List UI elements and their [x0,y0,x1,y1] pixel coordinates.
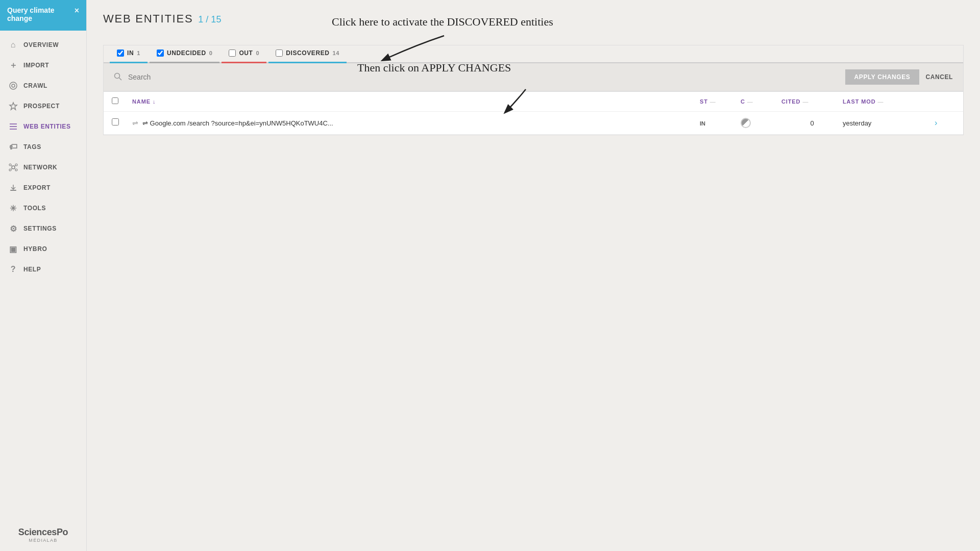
network-icon [8,162,18,172]
svg-point-0 [10,82,17,89]
sidebar-label-crawl: CRAWL [23,82,47,89]
col-select [112,97,132,106]
tab-in[interactable]: IN 1 [110,45,148,63]
sidebar-label-tools: TOOLS [23,205,46,212]
page-title: WEB ENTITIES [103,12,193,26]
sidebar-label-hybro: HYBRO [23,245,47,253]
sidebar-label-prospect: PROSPECT [23,103,60,110]
project-title: Query climate change [7,6,75,22]
sidebar: Query climate change × ⌂ OVERVIEW ＋ IMPO… [0,0,87,551]
sidebar-item-tools[interactable]: ✳ TOOLS [0,198,86,218]
sidebar-item-import[interactable]: ＋ IMPORT [0,55,86,76]
row-select [112,118,132,128]
sidebar-label-help: HELP [23,266,41,273]
row-status-badge: IN [700,120,705,127]
col-header-lastmod[interactable]: LAST MOD — [843,98,935,105]
sidebar-item-tags[interactable]: 🏷 TAGS [0,137,86,157]
sidebar-header: Query climate change × [0,0,86,31]
svg-point-7 [15,164,17,166]
sidebar-item-network[interactable]: NETWORK [0,157,86,178]
tab-discovered-count: 14 [333,50,339,56]
row-status: IN [700,118,741,128]
row-name-text: ⇌ Google.com /search ?source=hp&ei=ynUNW… [142,119,333,127]
sidebar-label-web-entities: WEB ENTITIES [23,123,71,130]
sidebar-label-export: EXPORT [23,184,51,191]
tab-discovered-checkbox[interactable] [276,49,283,57]
filter-panel: IN 1 UNDECIDED 0 OUT 0 DISCOVERED 14 [103,45,964,91]
search-input[interactable] [128,73,839,81]
help-icon: ? [8,264,18,274]
tags-icon: 🏷 [8,142,18,152]
cancel-button[interactable]: CANCEL [925,73,953,81]
search-bar: APPLY CHANGES CANCEL [104,63,963,91]
tab-undecided[interactable]: UNDECIDED 0 [150,45,219,63]
sidebar-item-overview[interactable]: ⌂ OVERVIEW [0,35,86,55]
svg-rect-14 [10,190,16,191]
crawl-icon [8,81,18,91]
home-icon: ⌂ [8,40,18,50]
row-name: ⇌ ⇌ Google.com /search ?source=hp&ei=ynU… [132,119,700,127]
tab-undecided-count: 0 [209,50,213,56]
col-header-st[interactable]: ST — [700,98,741,105]
row-c [741,118,781,128]
sidebar-item-prospect[interactable]: PROSPECT [0,96,86,116]
tab-in-checkbox[interactable] [117,49,124,57]
logo-main: SciencesPo [8,527,78,538]
sidebar-footer: SciencesPo MÉDIALAB [0,519,86,551]
sidebar-item-web-entities[interactable]: WEB ENTITIES [0,116,86,137]
web-entities-icon [8,121,18,132]
table-header: NAME ↓ ST — C — CITED — LAST MOD — [104,92,963,112]
row-checkbox[interactable] [112,118,119,126]
entity-count: 1 / 15 [198,14,221,25]
status-circle-icon [741,118,751,128]
tab-discovered[interactable]: DISCOVERED 14 [268,45,347,63]
tools-icon: ✳ [8,203,18,213]
tab-out-checkbox[interactable] [229,49,236,57]
sidebar-label-tags: TAGS [23,143,41,151]
col-header-c[interactable]: C — [741,98,781,105]
hybro-icon: ▣ [8,244,18,254]
col-header-name[interactable]: NAME ↓ [132,98,700,105]
sort-arrow-icon: ↓ [153,98,156,105]
sidebar-item-crawl[interactable]: CRAWL [0,76,86,96]
tab-undecided-checkbox[interactable] [157,49,164,57]
select-all-checkbox[interactable] [112,97,118,104]
row-detail-button[interactable]: › [935,118,955,128]
sidebar-item-hybro[interactable]: ▣ HYBRO [0,239,86,259]
row-cited: 0 [781,119,843,127]
svg-point-15 [115,73,120,78]
link-icon: ⇌ [132,119,138,127]
sidebar-item-export[interactable]: EXPORT [0,178,86,198]
sort-dash-c: — [747,98,753,105]
entities-table: NAME ↓ ST — C — CITED — LAST MOD — [103,91,964,135]
svg-point-6 [9,164,11,166]
tabs-row: IN 1 UNDECIDED 0 OUT 0 DISCOVERED 14 [104,45,963,63]
export-icon [8,183,18,193]
tab-out-label: OUT [239,49,253,57]
search-icon [114,72,122,82]
apply-changes-button[interactable]: APPLY CHANGES [845,69,920,85]
import-icon: ＋ [8,60,18,70]
close-button[interactable]: × [75,6,79,15]
sort-dash-st: — [710,98,716,105]
svg-point-1 [12,84,15,87]
sort-dash-cited: — [802,98,808,105]
tab-out[interactable]: OUT 0 [222,45,266,63]
sidebar-item-settings[interactable]: ⚙ SETTINGS [0,218,86,239]
tab-undecided-label: UNDECIDED [167,49,206,57]
tab-in-label: IN [127,49,134,57]
sidebar-label-overview: OVERVIEW [23,41,59,48]
tab-discovered-label: DISCOVERED [286,49,329,57]
main-content: WEB ENTITIES 1 / 15 IN 1 UNDECIDED 0 OUT… [87,0,980,551]
svg-point-8 [9,169,11,171]
col-header-cited[interactable]: CITED — [781,98,843,105]
tab-out-count: 0 [256,50,260,56]
row-lastmod: yesterday [843,119,935,127]
table-row: ⇌ ⇌ Google.com /search ?source=hp&ei=ynU… [104,112,963,135]
sidebar-label-import: IMPORT [23,62,49,69]
svg-line-16 [119,78,122,80]
prospect-icon [8,101,18,111]
sidebar-item-help[interactable]: ? HELP [0,259,86,280]
sidebar-label-settings: SETTINGS [23,225,57,232]
sort-dash-lastmod: — [877,98,884,105]
